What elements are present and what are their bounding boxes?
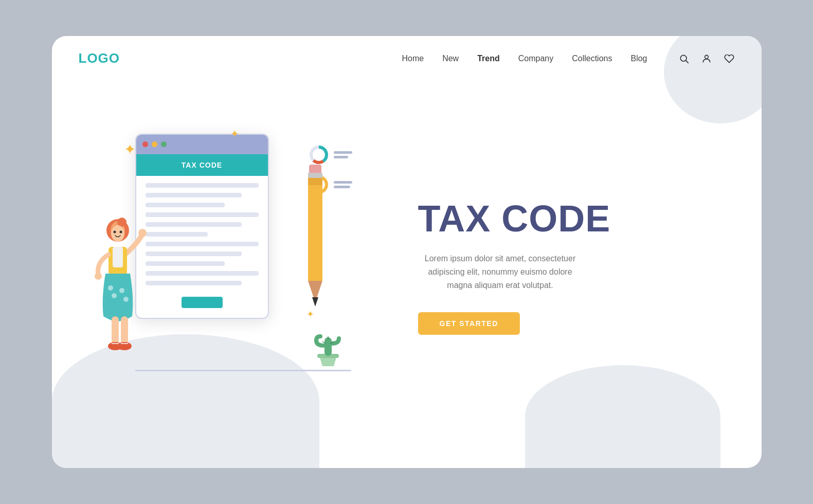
svg-point-14 [112, 293, 117, 298]
svg-point-8 [119, 230, 122, 233]
svg-marker-34 [312, 297, 318, 307]
svg-point-7 [113, 230, 116, 233]
doc-body [136, 176, 268, 315]
nav-blog[interactable]: Blog [630, 54, 647, 63]
main-content: ✦ ✦ ✦ TAX CODE [52, 66, 762, 468]
svg-point-12 [95, 273, 102, 280]
heart-icon[interactable] [724, 53, 735, 64]
chart-line [334, 181, 352, 184]
svg-rect-17 [112, 316, 119, 345]
nav-company[interactable]: Company [518, 54, 553, 63]
doc-line [146, 261, 225, 266]
svg-rect-29 [309, 165, 321, 174]
doc-titlebar [136, 135, 268, 154]
svg-rect-31 [308, 178, 322, 281]
chart-lines [334, 181, 352, 188]
doc-line [146, 183, 259, 188]
character [86, 216, 148, 370]
doc-line [146, 212, 259, 217]
nav-new[interactable]: New [442, 54, 459, 63]
plant [310, 329, 346, 370]
doc-line [146, 193, 242, 197]
svg-point-9 [138, 229, 147, 237]
doc-line [146, 242, 259, 246]
illustration-panel: ✦ ✦ ✦ TAX CODE [79, 113, 377, 411]
sparkle-2: ✦ [230, 128, 239, 140]
chart-lines [334, 151, 352, 158]
chart-line [334, 186, 350, 188]
cta-button[interactable]: GET STARTED [418, 312, 520, 335]
svg-point-13 [108, 285, 113, 291]
sparkle-3: ✦ [306, 309, 314, 320]
svg-rect-30 [308, 173, 322, 178]
svg-point-16 [123, 297, 129, 302]
hero-description: Lorem ipsum dolor sit amet, consectetuer… [418, 252, 583, 293]
user-icon[interactable] [701, 53, 712, 64]
chart-line [334, 156, 348, 158]
svg-rect-11 [113, 247, 123, 267]
doc-line [146, 271, 259, 276]
search-icon[interactable] [678, 53, 690, 64]
logo[interactable]: LOGO [79, 50, 120, 66]
nav-home[interactable]: Home [402, 54, 424, 63]
hero-title: TAX CODE [418, 200, 611, 239]
right-content: TAX CODE Lorem ipsum dolor sit amet, con… [377, 189, 735, 335]
doc-line [146, 222, 242, 227]
svg-rect-32 [308, 178, 322, 185]
svg-point-6 [111, 225, 124, 242]
nav-collections[interactable]: Collections [572, 54, 612, 63]
pencil [303, 165, 328, 319]
chart-row-1 [308, 144, 354, 166]
dot-yellow [152, 141, 157, 147]
dot-green [161, 141, 167, 147]
svg-point-2 [704, 55, 708, 59]
doc-line [146, 203, 225, 207]
svg-point-15 [119, 288, 124, 293]
svg-line-1 [686, 61, 688, 63]
nav-trend[interactable]: Trend [477, 54, 500, 63]
header-icons [678, 53, 735, 64]
svg-point-0 [680, 55, 686, 61]
doc-line [146, 251, 242, 256]
doc-line [146, 281, 242, 285]
main-card: LOGO Home New Trend Company Collections … [52, 36, 762, 468]
navigation: Home New Trend Company Collections Blog [402, 54, 647, 63]
doc-line [146, 232, 208, 237]
sparkle-1: ✦ [124, 141, 136, 158]
doc-header-label: TAX CODE [136, 154, 268, 176]
header: LOGO Home New Trend Company Collections … [52, 36, 762, 66]
doc-button[interactable] [182, 297, 223, 308]
svg-rect-18 [121, 316, 128, 345]
document-window: TAX CODE [135, 134, 269, 319]
chart-line [334, 151, 352, 154]
dot-red [142, 141, 148, 147]
